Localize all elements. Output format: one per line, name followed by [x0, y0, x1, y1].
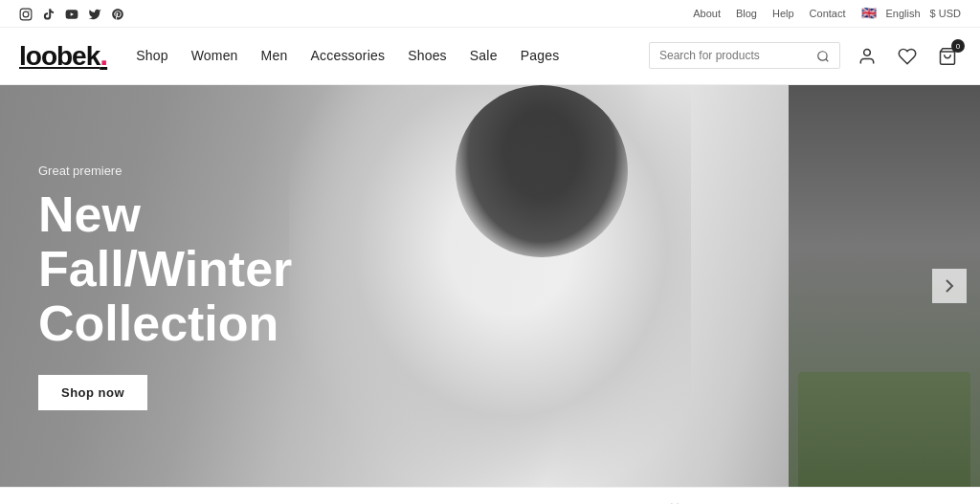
main-nav: Shop Women Men Accessories Shoes Sale Pa… [136, 48, 559, 63]
feature-gift-wrap: Free gift wrapping [666, 501, 785, 504]
hero-cta-button[interactable]: Shop now [38, 375, 147, 410]
nav-shoes[interactable]: Shoes [408, 48, 447, 63]
top-bar-right: About Blog Help Contact 🇬🇧 English $ USD [693, 6, 961, 20]
youtube-icon[interactable] [65, 6, 78, 21]
hero-next-button[interactable] [932, 269, 967, 303]
search-button[interactable] [816, 48, 830, 63]
headset-icon [455, 501, 472, 504]
feature-shipping: Fast & Free Shipping Over $2500 [195, 501, 397, 504]
features-bar: Fast & Free Shipping Over $2500 Expert C… [0, 487, 980, 504]
svg-point-1 [23, 11, 29, 17]
nav-women[interactable]: Women [191, 48, 238, 63]
logo-text: loobek [19, 41, 100, 72]
svg-line-4 [826, 59, 829, 62]
nav-pages[interactable]: Pages [521, 48, 560, 63]
instagram-icon[interactable] [19, 6, 33, 21]
cart-count: 0 [951, 39, 965, 53]
svg-rect-0 [20, 9, 32, 20]
svg-point-2 [29, 11, 30, 11]
header-actions: 0 [649, 41, 961, 69]
currency-selector[interactable]: $ USD [930, 8, 961, 19]
cart-button[interactable]: 0 [934, 41, 961, 69]
svg-point-5 [864, 49, 871, 55]
contact-link[interactable]: Contact [810, 8, 846, 19]
language-selector[interactable]: English [886, 8, 921, 19]
blog-link[interactable]: Blog [736, 8, 757, 19]
hero-subtitle: Great premiere [38, 164, 292, 178]
svg-point-3 [818, 52, 827, 60]
nav-men[interactable]: Men [261, 48, 288, 63]
tiktok-icon[interactable] [42, 6, 56, 21]
feature-customer-service: Expert Customer Service [455, 501, 609, 504]
nav-shop[interactable]: Shop [136, 48, 168, 63]
nav-accessories[interactable]: Accessories [310, 48, 385, 63]
logo-dot: . [100, 39, 107, 70]
search-input[interactable] [659, 49, 816, 62]
logo[interactable]: loobek. [19, 39, 107, 72]
about-link[interactable]: About [693, 8, 721, 19]
pinterest-icon[interactable] [111, 6, 124, 21]
twitter-icon[interactable] [88, 6, 101, 21]
hero-title: New Fall/Winter Collection [38, 187, 292, 352]
top-bar: About Blog Help Contact 🇬🇧 English $ USD [0, 0, 980, 28]
lang-currency: 🇬🇧 English $ USD [861, 6, 961, 20]
hero-section: Great premiere New Fall/Winter Collectio… [0, 85, 980, 487]
nav-sale[interactable]: Sale [470, 48, 498, 63]
social-links [19, 6, 124, 21]
header: loobek. Shop Women Men Accessories Shoes… [0, 28, 980, 85]
gift-icon [666, 501, 683, 504]
account-button[interactable] [854, 41, 880, 69]
hero-content: Great premiere New Fall/Winter Collectio… [38, 164, 292, 410]
search-box[interactable] [649, 42, 840, 69]
flag-icon: 🇬🇧 [861, 6, 877, 20]
truck-icon [195, 501, 216, 504]
help-link[interactable]: Help [772, 8, 794, 19]
wishlist-button[interactable] [894, 41, 921, 69]
